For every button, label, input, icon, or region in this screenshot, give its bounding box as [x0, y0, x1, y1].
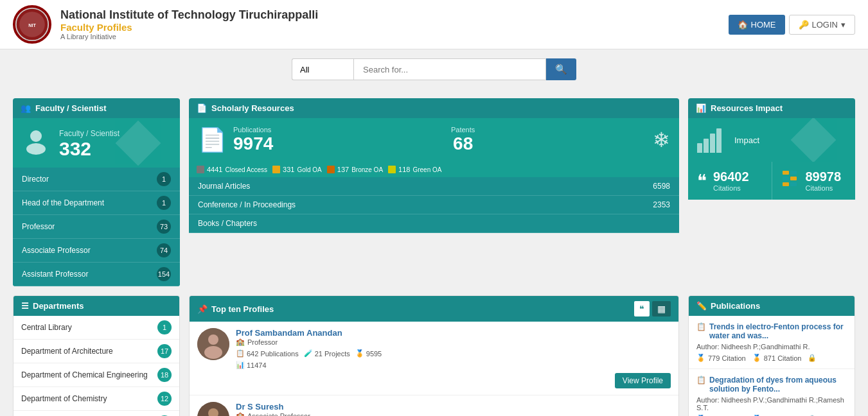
profiles-header-left: 📌 Top ten Profiles: [197, 304, 274, 314]
asst-professor-label: Assistant Professor: [22, 270, 88, 279]
profile-entry-1: Prof Sambandam Anandan 🏫 Professor 📋 642…: [190, 322, 678, 395]
list-item: Head of the Department 1: [13, 191, 180, 215]
citation-label-2: Citations: [806, 184, 842, 192]
dept-label: Department of Chemical Engineering: [21, 370, 148, 379]
dept-count: 12: [157, 392, 172, 406]
scholarly-resources-header: 📄 Scholarly Resources: [189, 98, 679, 118]
svg-point-15: [204, 346, 222, 359]
dept-item-chemistry[interactable]: Department of Chemistry 12: [13, 387, 179, 411]
list-item: Assistant Professor 154: [13, 263, 180, 286]
scholarly-resources-body: 📄 Publications 9974 Patents 68 ❄ 4441 Cl…: [189, 118, 679, 233]
profile-name-2[interactable]: Dr S Suresh: [236, 402, 671, 412]
profile-details-2: Dr S Suresh 🏫 Associate Professor 📋 197 …: [236, 402, 671, 416]
citation-block-1: ❝ 96402 Citations: [688, 162, 772, 200]
dept-item-chemical-eng[interactable]: Department of Chemical Engineering 18: [13, 363, 179, 387]
cite-icon: 🏅: [696, 354, 705, 362]
pub-author-1: Author: Nidheesh P.;Gandhimathi R.: [696, 343, 847, 351]
faculty-hero: Faculty / Scientist 332: [13, 118, 180, 168]
bar-2: [704, 139, 709, 153]
professor-label: Professor: [22, 222, 55, 231]
snowflake-icon: ❄: [653, 128, 670, 152]
cite-icon-1: 🏅: [355, 349, 364, 358]
search-button[interactable]: 🔍: [546, 58, 576, 80]
conference-count: 2353: [653, 200, 670, 209]
svg-rect-10: [790, 177, 797, 180]
cite-item-1a: 🏅 779 Citation: [696, 354, 746, 362]
profile-stats-1b: 📊 11474: [236, 361, 671, 369]
home-button[interactable]: 🏠 HOME: [729, 15, 785, 35]
chart-icon: 📊: [696, 103, 706, 113]
login-button[interactable]: 🔑 LOGIN ▾: [789, 15, 855, 35]
asst-professor-count: 154: [157, 267, 171, 281]
closed-access-badge: 4441 Closed Access: [197, 166, 267, 173]
pub-cites-1: 🏅 779 Citation 🏅 871 Citation 🔒: [696, 354, 847, 362]
cite-item-1b: 🏅 871 Citation: [752, 354, 802, 362]
profile-tabs: ❝ ▦: [634, 301, 671, 316]
dept-item-architecture[interactable]: Department of Architecture 17: [13, 340, 179, 363]
header-left: NIT National Institute of Technology Tir…: [13, 5, 318, 44]
bottom-row: ☰ Departments Central Library 1 Departme…: [0, 295, 868, 416]
faculty-scientist-card: 👥 Faculty / Scientist Faculty / Scientis…: [13, 98, 180, 286]
search-input[interactable]: [353, 58, 546, 80]
top-ten-profiles-header: 📌 Top ten Profiles ❝ ▦: [190, 296, 678, 322]
dept-item-central-library[interactable]: Central Library 1: [13, 316, 179, 340]
publications-list: 📋 Trends in electro-Fenton process for w…: [689, 316, 855, 416]
stat-publications-1: 📋 642 Publications: [236, 349, 299, 358]
citation-count-2: 89978: [806, 169, 842, 184]
proj-icon-1: 🧪: [304, 349, 313, 358]
dept-item-civil-eng[interactable]: Department of Civil Engineering 29: [13, 411, 179, 416]
list-item: Associate Professor 74: [13, 239, 180, 263]
resources-impact-card: 📊 Resources Impact Impact: [688, 98, 855, 286]
resources-impact-header: 📊 Resources Impact: [688, 98, 855, 118]
tab-citation-button[interactable]: ❝: [634, 301, 650, 316]
pub-author-2: Author: Nidheesh P.V.;Gandhimathi R.;Ram…: [696, 396, 847, 412]
gold-oa-badge: 331 Gold OA: [272, 166, 322, 173]
departments-header: ☰ Departments: [13, 296, 179, 316]
green-oa-badge: 118 Green OA: [388, 166, 441, 173]
view-profile-button-1[interactable]: View Profile: [615, 373, 671, 388]
initiative: A Library Initiative: [60, 33, 318, 40]
svg-point-4: [26, 143, 46, 155]
top-ten-profiles-card: 📌 Top ten Profiles ❝ ▦ Prof Sambandam An…: [189, 295, 679, 416]
list-icon: ☰: [21, 301, 29, 311]
hod-label: Head of the Department: [22, 198, 104, 207]
quote-icon-1: ❝: [697, 170, 707, 191]
tab-other-button[interactable]: ▦: [652, 301, 671, 316]
search-filter[interactable]: All Faculty Department Publications: [292, 58, 353, 80]
view-profile-wrap-1: View Profile: [236, 373, 671, 388]
sub-title: Faculty Profiles: [60, 22, 318, 33]
logo: NIT: [13, 5, 51, 44]
list-item: Books / Chapters: [189, 214, 679, 233]
svg-rect-12: [790, 182, 797, 186]
departments-list: Central Library 1 Department of Architec…: [13, 316, 179, 416]
pub-doc-icon: 📄: [198, 126, 227, 153]
assoc-professor-label: Associate Professor: [22, 246, 91, 255]
top-row: 👥 Faculty / Scientist Faculty / Scientis…: [0, 89, 868, 295]
journal-articles-label: Journal Articles: [198, 182, 250, 191]
pub-icon-1: 📋: [236, 349, 245, 358]
list-item: Conference / In Proceedings 2353: [189, 196, 679, 214]
svg-rect-5: [116, 120, 161, 166]
publications-header: ✏️ Publications: [689, 296, 855, 316]
list-item: Professor 73: [13, 215, 180, 239]
profile-name-1[interactable]: Prof Sambandam Anandan: [236, 328, 671, 338]
citation-info-1: 96402 Citations: [713, 169, 749, 192]
svg-rect-9: [783, 177, 789, 180]
home-icon: 🏠: [738, 20, 748, 30]
user-group-icon: 👥: [21, 103, 31, 113]
gold-oa-square: [272, 166, 280, 173]
pub-doc-icon-2: 📋: [696, 376, 706, 394]
bar-4: [716, 128, 722, 153]
header: NIT National Institute of Technology Tir…: [0, 0, 868, 49]
cite-icon: 🏅: [752, 354, 761, 362]
cite-lock-1: 🔒: [808, 354, 817, 362]
dept-label: Central Library: [21, 323, 72, 332]
scholarly-resources-card: 📄 Scholarly Resources 📄 Publications 997…: [189, 98, 679, 286]
book-icon: 📄: [197, 103, 207, 113]
faculty-scientist-body: Faculty / Scientist 332 Director 1 Head …: [13, 118, 180, 286]
stat-projects-1: 🧪 21 Projects: [304, 349, 350, 358]
search-icon: 🔍: [555, 64, 567, 74]
citation-count-1: 96402: [713, 169, 749, 184]
dept-label: Department of Architecture: [21, 347, 113, 356]
pub-info: Publications 9974: [233, 126, 273, 154]
